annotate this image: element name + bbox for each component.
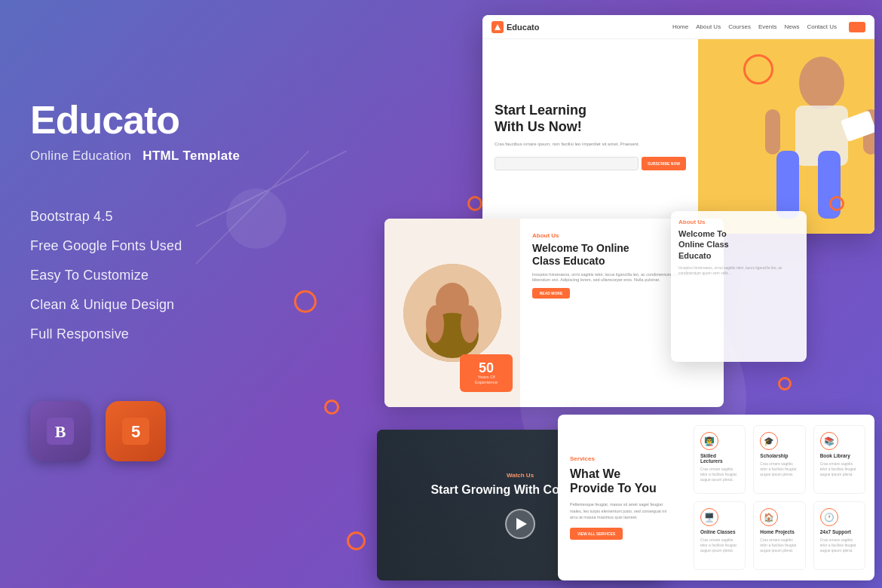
service-icon-online: 🖥️ xyxy=(700,508,718,526)
preview-subscribe-btn: SUBSCRIBE NOW xyxy=(642,157,686,170)
about-exp-number: 50 xyxy=(479,361,494,375)
about-partial-text: Inceptos himenaeos, ornui sagittis telor… xyxy=(671,261,807,280)
preview-logo: Educato xyxy=(492,21,539,33)
service-card-projects: 🏠 Home Projects Cras ornare sagittis tel… xyxy=(753,501,805,570)
nav-about: About Us xyxy=(696,23,721,30)
preview-nav-cta xyxy=(849,22,865,32)
left-panel: Educato Online Education HTML Template B… xyxy=(30,0,317,588)
service-name-scholarship: Scholarship xyxy=(760,453,798,458)
service-desc-library: Cras ornare sagittis telor a facilisis f… xyxy=(820,461,859,477)
services-section-title: What WeProvide To You xyxy=(570,467,672,495)
app-subtitle: Online Education HTML Template xyxy=(30,149,317,164)
services-section-label: Services xyxy=(570,455,672,462)
subtitle-plain: Online Education xyxy=(30,149,131,163)
preview-nav-links: Home About Us Courses Events News Contac… xyxy=(672,23,837,30)
nav-courses: Courses xyxy=(728,23,751,30)
preview-about-image: 50 Years OfExperience xyxy=(384,219,520,407)
service-icon-projects: 🏠 xyxy=(760,508,778,526)
scholarship-icon: 🎓 xyxy=(764,436,774,446)
support-icon: 🕐 xyxy=(824,513,835,522)
play-icon xyxy=(516,518,527,530)
feature-fonts: Free Google Fonts Used xyxy=(30,238,317,254)
svg-marker-6 xyxy=(495,24,501,30)
projects-icon: 🏠 xyxy=(764,513,774,522)
nav-contact: Contact Us xyxy=(807,23,837,30)
services-cards-grid: 👨‍🏫 Skilled Lecturers Cras ornare sagitt… xyxy=(684,415,874,580)
service-desc-support: Cras ornare sagittis telor a facilisis f… xyxy=(820,537,859,553)
service-icon-scholarship: 🎓 xyxy=(760,432,778,450)
services-view-all-btn: VIEW ALL SERVICES xyxy=(570,528,623,540)
html5-logo-icon: 5 xyxy=(119,415,152,448)
online-classes-icon: 🖥️ xyxy=(704,513,715,522)
service-card-library: 📚 Book Library Cras ornare sagittis telo… xyxy=(813,425,865,494)
preview-hero-title: Start LearningWith Us Now! xyxy=(495,103,686,135)
features-list: Bootstrap 4.5 Free Google Fonts Used Eas… xyxy=(30,209,317,356)
video-play-button[interactable] xyxy=(505,509,535,539)
preview-email-input xyxy=(495,157,639,170)
lecturer-icon: 👨‍🏫 xyxy=(704,436,715,446)
preview-logo-text: Educato xyxy=(507,23,539,32)
svg-rect-9 xyxy=(776,151,799,219)
previews-container: Educato Home About Us Courses Events New… xyxy=(309,0,882,588)
preview-about-partial: About Us Welcome ToOnline ClassEducato I… xyxy=(671,211,807,362)
html5-badge: 5 xyxy=(106,401,166,461)
service-name-lecturers: Skilled Lecturers xyxy=(700,453,739,464)
video-section-label: Watch Us xyxy=(507,472,534,479)
service-card-scholarship: 🎓 Scholarship Cras ornare sagittis telor… xyxy=(753,425,805,494)
about-partial-title: Welcome ToOnline ClassEducato xyxy=(671,228,807,261)
svg-text:B: B xyxy=(55,422,66,441)
nav-news: News xyxy=(784,23,799,30)
service-name-online: Online Classes xyxy=(700,529,739,534)
preview-hero-content: Start LearningWith Us Now! Cras faucibus… xyxy=(482,39,874,234)
preview-hero-text: Cras faucibus ornare ipsum, non facilisi… xyxy=(495,141,686,147)
hero-deco-circle-2 xyxy=(829,196,844,211)
about-person-svg xyxy=(403,264,501,362)
svg-rect-11 xyxy=(765,109,780,155)
preview-logo-icon xyxy=(492,21,504,33)
preview-hero-right xyxy=(698,39,874,234)
hero-person-illustration xyxy=(701,39,874,234)
about-exp-label: Years OfExperience xyxy=(475,375,498,385)
feature-bootstrap: Bootstrap 4.5 xyxy=(30,209,317,225)
preview-services-screenshot: Services What WeProvide To You Pellentes… xyxy=(558,415,874,580)
service-desc-online: Cras ornare sagittis telor a facilisis f… xyxy=(700,537,739,553)
feature-customize: Easy To Customize xyxy=(30,268,317,283)
nav-events: Events xyxy=(758,23,776,30)
preview-hero-screenshot: Educato Home About Us Courses Events New… xyxy=(482,15,874,234)
service-icon-library: 📚 xyxy=(820,432,838,450)
feature-design: Clean & Unique Design xyxy=(30,297,317,313)
app-title: Educato xyxy=(30,97,317,142)
services-left-panel: Services What WeProvide To You Pellentes… xyxy=(558,415,684,580)
service-card-support: 🕐 24x7 Support Cras ornare sagittis telo… xyxy=(813,501,865,570)
service-desc-projects: Cras ornare sagittis telor a facilisis f… xyxy=(760,537,798,553)
service-card-lecturers: 👨‍🏫 Skilled Lecturers Cras ornare sagitt… xyxy=(694,425,746,494)
service-icon-support: 🕐 xyxy=(820,508,838,526)
about-circle-photo xyxy=(403,264,501,362)
svg-point-7 xyxy=(799,57,844,109)
subtitle-bold: HTML Template xyxy=(142,149,240,163)
service-name-support: 24x7 Support xyxy=(820,529,859,534)
tech-badges: B 5 xyxy=(30,401,317,461)
hero-deco-circle-1 xyxy=(743,54,773,84)
service-desc-scholarship: Cras ornare sagittis telor a facilisis f… xyxy=(760,461,798,477)
preview-navbar: Educato Home About Us Courses Events New… xyxy=(482,15,874,39)
about-partial-label: About Us xyxy=(671,211,807,228)
service-desc-lecturers: Cras ornare sagittis telor a facilisis f… xyxy=(700,467,739,482)
service-icon-lecturers: 👨‍🏫 xyxy=(700,432,718,450)
about-experience-badge: 50 Years OfExperience xyxy=(460,354,513,392)
preview-hero-input: SUBSCRIBE NOW xyxy=(495,157,686,170)
preview-hero-left: Start LearningWith Us Now! Cras faucibus… xyxy=(482,39,698,234)
about-read-more-btn: READ MORE xyxy=(532,288,570,299)
svg-text:5: 5 xyxy=(131,422,140,441)
bootstrap-logo-icon: B xyxy=(44,415,77,448)
service-name-projects: Home Projects xyxy=(760,529,798,534)
svg-point-18 xyxy=(461,305,479,343)
svg-point-17 xyxy=(426,305,444,343)
bootstrap-badge: B xyxy=(30,401,90,461)
library-icon: 📚 xyxy=(824,436,835,446)
services-section-content: Services What WeProvide To You Pellentes… xyxy=(558,415,874,580)
feature-responsive: Full Responsive xyxy=(30,326,317,342)
nav-home: Home xyxy=(672,23,688,30)
services-section-text: Pellentesque feugiat, massa sit amet sag… xyxy=(570,501,672,520)
service-card-online: 🖥️ Online Classes Cras ornare sagittis t… xyxy=(694,501,746,570)
